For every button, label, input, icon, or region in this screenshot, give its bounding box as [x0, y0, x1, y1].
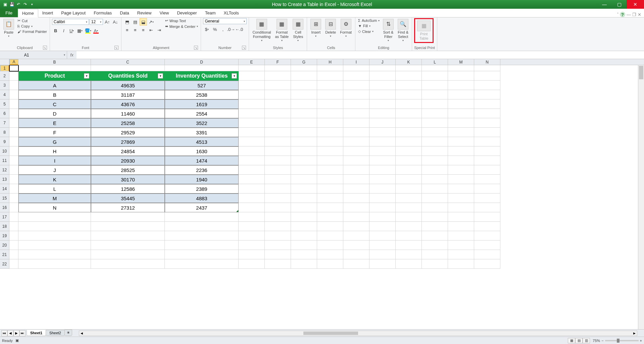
cell-G12[interactable] [291, 165, 317, 175]
print-table-button[interactable]: ▦ Print Table [416, 20, 432, 41]
row-header-10[interactable]: 10 [0, 146, 9, 156]
cell-M20[interactable] [448, 241, 474, 250]
cell-F17[interactable] [265, 212, 291, 222]
cell-F9[interactable] [265, 137, 291, 146]
font-name-select[interactable]: Calibri▾ [52, 19, 89, 25]
cell-L2[interactable] [422, 71, 448, 81]
cell-N3[interactable] [474, 81, 500, 90]
align-top-icon[interactable]: ⬒ [123, 18, 131, 26]
save-icon[interactable]: 💾 [9, 1, 15, 7]
cell-G11[interactable] [291, 156, 317, 165]
delete-cells-button[interactable]: ⊟Delete▾ [324, 18, 337, 39]
cell-H21[interactable] [317, 250, 343, 259]
row-header-9[interactable]: 9 [0, 137, 9, 146]
cell-A15[interactable] [9, 194, 18, 203]
cell-B4[interactable]: B [18, 90, 91, 99]
cell-I6[interactable] [343, 109, 369, 118]
cell-H4[interactable] [317, 90, 343, 99]
cell-J13[interactable] [369, 175, 396, 184]
cell-H8[interactable] [317, 128, 343, 137]
filter-button[interactable]: ▾ [158, 73, 163, 79]
cell-E9[interactable] [239, 137, 265, 146]
column-header-I[interactable]: I [343, 59, 369, 65]
cell-L4[interactable] [422, 90, 448, 99]
page-break-view-button[interactable]: ▥ [583, 338, 590, 343]
cell-L21[interactable] [422, 250, 448, 259]
column-header-M[interactable]: M [448, 59, 474, 65]
cell-I16[interactable] [343, 203, 369, 212]
window-restore-icon[interactable]: ❐ [632, 12, 636, 17]
cell-H7[interactable] [317, 118, 343, 128]
cell-K20[interactable] [396, 241, 422, 250]
cell-A5[interactable] [9, 99, 18, 109]
copy-button[interactable]: ⎘Copy▾ [17, 24, 48, 29]
new-sheet-button[interactable]: ✳ [64, 330, 72, 336]
cell-D8[interactable]: 3391 [165, 128, 239, 137]
tab-formulas[interactable]: Formulas [90, 9, 116, 17]
cell-A3[interactable] [9, 81, 18, 90]
cell-H19[interactable] [317, 231, 343, 241]
format-painter-button[interactable]: 🖌Format Painter [17, 29, 48, 34]
merge-center-button[interactable]: ⬌Merge & Center▾ [164, 24, 199, 29]
cell-E22[interactable] [239, 259, 265, 269]
cell-D22[interactable] [165, 259, 239, 269]
filter-button[interactable]: ▾ [232, 73, 237, 79]
cell-F1[interactable] [265, 65, 291, 71]
cell-E5[interactable] [239, 99, 265, 109]
cell-H14[interactable] [317, 184, 343, 194]
cell-L20[interactable] [422, 241, 448, 250]
cell-G14[interactable] [291, 184, 317, 194]
cell-J6[interactable] [369, 109, 396, 118]
cell-L18[interactable] [422, 222, 448, 231]
cell-G16[interactable] [291, 203, 317, 212]
tab-insert[interactable]: Insert [38, 9, 57, 17]
row-header-4[interactable]: 4 [0, 90, 9, 99]
cell-H5[interactable] [317, 99, 343, 109]
cell-G9[interactable] [291, 137, 317, 146]
cell-J2[interactable] [369, 71, 396, 81]
cell-K22[interactable] [396, 259, 422, 269]
grid-body[interactable]: 12Product▾Quantities Sold▾Inventory Quan… [0, 65, 644, 329]
cell-I14[interactable] [343, 184, 369, 194]
cell-B6[interactable]: D [18, 109, 91, 118]
cell-F20[interactable] [265, 241, 291, 250]
column-header-L[interactable]: L [422, 59, 448, 65]
cell-M10[interactable] [448, 146, 474, 156]
cell-N21[interactable] [474, 250, 500, 259]
cell-A14[interactable] [9, 184, 18, 194]
cell-G18[interactable] [291, 222, 317, 231]
cell-N18[interactable] [474, 222, 500, 231]
cell-B7[interactable]: E [18, 118, 91, 128]
cell-L22[interactable] [422, 259, 448, 269]
zoom-slider[interactable] [605, 340, 639, 341]
cell-C21[interactable] [91, 250, 165, 259]
cell-M6[interactable] [448, 109, 474, 118]
cell-K21[interactable] [396, 250, 422, 259]
tab-view[interactable]: View [155, 9, 173, 17]
cell-C1[interactable] [91, 65, 165, 71]
cell-L19[interactable] [422, 231, 448, 241]
row-header-12[interactable]: 12 [0, 165, 9, 175]
row-header-11[interactable]: 11 [0, 156, 9, 165]
prev-sheet-button[interactable]: ◀ [7, 330, 13, 336]
cell-N16[interactable] [474, 203, 500, 212]
row-header-15[interactable]: 15 [0, 194, 9, 203]
cell-M15[interactable] [448, 194, 474, 203]
sheet-tab-1[interactable]: Sheet1 [27, 330, 46, 336]
cell-I8[interactable] [343, 128, 369, 137]
cell-I9[interactable] [343, 137, 369, 146]
window-min-icon[interactable]: — [627, 12, 631, 17]
cell-G5[interactable] [291, 99, 317, 109]
cell-D21[interactable] [165, 250, 239, 259]
column-header-A[interactable]: A [9, 59, 18, 65]
row-header-1[interactable]: 1 [0, 65, 9, 71]
cell-K17[interactable] [396, 212, 422, 222]
column-header-G[interactable]: G [291, 59, 317, 65]
cell-C4[interactable]: 31187 [91, 90, 165, 99]
row-header-18[interactable]: 18 [0, 222, 9, 231]
font-launcher[interactable]: ↘ [114, 46, 118, 50]
cell-H15[interactable] [317, 194, 343, 203]
cell-D13[interactable]: 1940 [165, 175, 239, 184]
cell-F22[interactable] [265, 259, 291, 269]
cell-J9[interactable] [369, 137, 396, 146]
